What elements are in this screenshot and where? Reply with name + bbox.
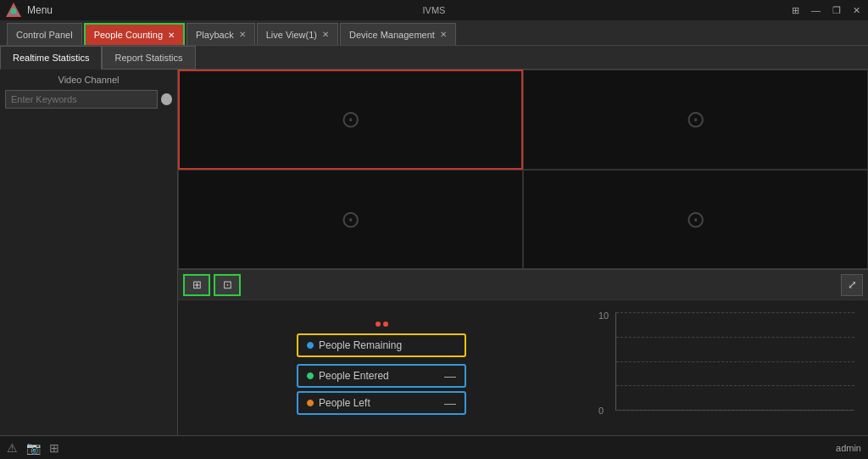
dash-people-entered: — [444,369,456,383]
title-bar-left: Menu [5,2,53,19]
video-cell-1: ⊙ [178,70,523,170]
close-layout-btn[interactable]: ⊡ [214,274,241,296]
tab-label-people-counting: People Counting [94,30,163,40]
camera-icon-3: ⊙ [341,205,360,233]
sidebar: Video Channel [0,70,178,435]
tab-live-view[interactable]: Live View(1) ✕ [257,23,338,45]
status-bar: ⚠ 📷 ⊞ admin [0,435,868,459]
grid-icon[interactable]: ⊞ [789,5,802,16]
toolbar-row: ⊞ ⊡ ⤢ [178,269,868,299]
close-btn[interactable]: ✕ [850,5,863,16]
video-cell-3: ⊙ [178,170,523,270]
dot-people-entered [307,372,314,379]
chart-area: 10 0 [598,309,854,428]
camera-status-icon[interactable]: 📷 [26,441,41,455]
warning-icon[interactable]: ⚠ [7,441,18,455]
grid-line-1 [616,337,854,338]
grid-layout-btn[interactable]: ⊞ [183,274,210,296]
tab-close-playback[interactable]: ✕ [239,30,246,39]
legend-label-people-entered: People Entered [319,370,389,382]
menu-label[interactable]: Menu [27,4,53,16]
search-input[interactable] [5,90,158,109]
subtab-realtime[interactable]: Realtime Statistics [0,46,102,70]
subtab-realtime-label: Realtime Statistics [13,53,89,63]
tab-close-live-view[interactable]: ✕ [322,30,329,39]
settings-status-icon[interactable]: ⊞ [49,441,59,455]
video-cell-2: ⊙ [523,70,868,170]
legend-label-people-remaining: People Remaining [319,339,402,351]
main-area: Video Channel ⊙ ⊙ ⊙ ⊙ ⊞ [0,70,868,435]
restore-btn[interactable]: ❐ [830,5,843,16]
chart-y-min: 0 [598,406,604,416]
close-layout-icon: ⊡ [223,278,232,291]
expand-btn[interactable]: ⤢ [841,274,863,296]
stats-right: 10 0 [585,300,868,435]
red-dot-1 [376,322,381,327]
legend-people-entered[interactable]: People Entered — [297,364,466,388]
chart-grid [615,312,854,411]
tab-label-device-management: Device Management [349,30,435,40]
search-toggle[interactable] [161,93,172,105]
app-title: IVMS [423,5,446,15]
title-bar: Menu IVMS ⊞ — ❐ ✕ [0,0,868,20]
admin-label: admin [836,443,861,453]
title-bar-right: ⊞ — ❐ ✕ [789,5,863,16]
legend-people-left[interactable]: People Left — [297,391,466,415]
video-grid: ⊙ ⊙ ⊙ ⊙ [178,70,868,269]
subtab-report-label: Report Statistics [114,53,182,63]
dot-people-remaining [307,342,314,349]
sub-tab-bar: Realtime Statistics Report Statistics [0,46,868,70]
grid-layout-icon: ⊞ [192,278,202,291]
tab-label-live-view: Live View(1) [266,30,317,40]
dot-people-left [307,400,314,406]
tab-label-control-panel: Control Panel [16,30,73,40]
subtab-report[interactable]: Report Statistics [102,46,195,70]
search-row [5,90,172,109]
title-bar-center: IVMS [423,5,446,15]
tab-label-playback: Playback [196,30,234,40]
grid-line-2 [616,361,854,362]
camera-icon-4: ⊙ [686,205,705,233]
video-cell-4: ⊙ [523,170,868,270]
camera-icon-1: ⊙ [341,105,360,133]
svg-rect-2 [11,8,16,14]
grid-line-top [616,312,854,313]
expand-icon: ⤢ [848,278,857,291]
stats-area: People Remaining People Entered — People… [178,299,868,435]
minimize-btn[interactable]: — [809,5,823,15]
dash-people-left: — [444,396,456,410]
grid-line-3 [616,385,854,386]
legend-people-remaining[interactable]: People Remaining [297,333,466,357]
tab-close-people-counting[interactable]: ✕ [168,31,175,40]
chart-y-max: 10 [598,311,609,321]
status-icons: ⚠ 📷 ⊞ [7,441,59,455]
app-logo [5,2,22,19]
tab-device-management[interactable]: Device Management ✕ [340,23,456,45]
grid-line-bottom [616,410,854,411]
legend-label-people-left: People Left [319,397,370,409]
tab-close-device-management[interactable]: ✕ [440,30,447,39]
red-dot-2 [383,322,388,327]
tab-playback[interactable]: Playback ✕ [186,23,255,45]
red-dots-indicator [376,322,388,327]
sidebar-title: Video Channel [5,75,172,85]
stats-left: People Remaining People Entered — People… [178,300,585,435]
video-content: ⊙ ⊙ ⊙ ⊙ ⊞ ⊡ ⤢ [178,70,868,435]
camera-icon-2: ⊙ [686,105,705,133]
tab-control-panel[interactable]: Control Panel [7,23,82,45]
tab-bar: Control Panel People Counting ✕ Playback… [0,20,868,46]
tab-people-counting[interactable]: People Counting ✕ [84,23,185,45]
